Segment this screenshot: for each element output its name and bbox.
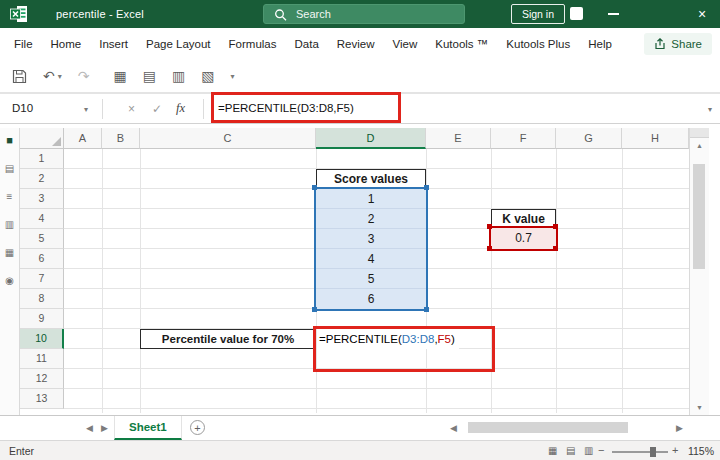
cell-d4[interactable]: 2 — [316, 209, 426, 229]
split-handle[interactable] — [690, 128, 709, 138]
undo-icon[interactable]: ↶ — [43, 68, 55, 84]
name-box[interactable]: D10 — [12, 102, 33, 114]
row-header-10[interactable]: 10 — [20, 329, 64, 349]
worksheet-grid[interactable]: Score values 1 2 3 4 5 6 K value 0.7 Per… — [64, 149, 690, 413]
column-header-e[interactable]: E — [426, 128, 491, 149]
vertical-scroll-thumb[interactable] — [693, 164, 705, 269]
excel-window: percentile - Excel Search Sign in × File… — [0, 0, 720, 460]
row-header-3[interactable]: 3 — [20, 189, 64, 209]
row-header-8[interactable]: 8 — [20, 289, 64, 309]
redo-icon[interactable]: ↷ — [78, 68, 90, 84]
column-header-h[interactable]: H — [622, 128, 689, 149]
formula-bar-divider — [102, 99, 103, 119]
cell-d3[interactable]: 1 — [316, 189, 426, 209]
cell-c10-label[interactable]: Percentile value for 70% — [140, 329, 316, 349]
minimize-icon[interactable] — [608, 13, 619, 15]
close-icon[interactable]: × — [692, 4, 712, 24]
strip-clipboard-icon[interactable]: ▤ — [0, 163, 19, 174]
zoom-slider-track[interactable] — [612, 451, 668, 453]
sheet-next-icon[interactable]: ▶ — [101, 423, 108, 433]
tab-formulas[interactable]: Formulas — [220, 38, 286, 50]
sheet-tab-sheet1[interactable]: Sheet1 — [114, 416, 182, 440]
row-header-2[interactable]: 2 — [20, 169, 64, 189]
insert-function-icon[interactable]: fx — [176, 101, 185, 116]
window-icon[interactable] — [570, 7, 583, 20]
save-icon[interactable] — [12, 69, 27, 84]
search-box[interactable]: Search — [263, 4, 465, 24]
share-button[interactable]: Share — [644, 33, 712, 55]
strip-list-icon[interactable]: ≡ — [0, 191, 19, 202]
scroll-down-icon[interactable]: ▼ — [690, 404, 709, 411]
zoom-in-icon[interactable]: + — [672, 444, 678, 456]
tab-kutools-plus[interactable]: Kutools Plus — [497, 38, 579, 50]
column-header-b[interactable]: B — [102, 128, 140, 149]
row-header-13[interactable]: 13 — [20, 389, 64, 409]
cancel-icon[interactable]: × — [128, 102, 135, 116]
column-header-d[interactable]: D — [316, 128, 426, 149]
tab-view[interactable]: View — [384, 38, 427, 50]
row-header-4[interactable]: 4 — [20, 209, 64, 229]
share-label: Share — [671, 38, 702, 50]
sheet-prev-icon[interactable]: ◀ — [86, 423, 93, 433]
cell-f5-k-value[interactable]: 0.7 — [489, 226, 558, 251]
cell-d8[interactable]: 6 — [316, 289, 426, 309]
column-header-g[interactable]: G — [556, 128, 622, 149]
zoom-slider-thumb[interactable] — [650, 447, 656, 457]
tab-review[interactable]: Review — [328, 38, 384, 50]
column-header-c[interactable]: C — [140, 128, 316, 149]
row-header-11[interactable]: 11 — [20, 349, 64, 369]
name-box-caret-icon[interactable]: ▾ — [84, 105, 88, 114]
tab-page-layout[interactable]: Page Layout — [137, 38, 220, 50]
column-header-f[interactable]: F — [491, 128, 556, 149]
row-header-12[interactable]: 12 — [20, 369, 64, 389]
tab-help[interactable]: Help — [579, 38, 621, 50]
qat-icon-4[interactable]: ▧ — [201, 68, 214, 84]
view-normal-icon[interactable]: ▦ — [548, 445, 557, 456]
row-header-6[interactable]: 6 — [20, 249, 64, 269]
sign-in-button[interactable]: Sign in — [511, 4, 565, 24]
tab-file[interactable]: File — [0, 38, 42, 50]
tab-home[interactable]: Home — [42, 38, 91, 50]
select-all-button[interactable] — [20, 128, 64, 149]
zoom-out-icon[interactable]: − — [598, 444, 604, 456]
formula-input[interactable]: =PERCENTILE(D3:D8,F5) — [218, 102, 354, 114]
zoom-level[interactable]: 115% — [688, 445, 714, 457]
row-header-9[interactable]: 9 — [20, 309, 64, 329]
view-page-layout-icon[interactable]: ▤ — [566, 445, 575, 456]
selection-handle — [487, 224, 492, 229]
hscroll-left-icon[interactable]: ◀ — [450, 423, 457, 433]
cell-d7[interactable]: 5 — [316, 269, 426, 289]
view-page-break-icon[interactable]: ▥ — [584, 445, 593, 456]
strip-columns-icon[interactable]: ▥ — [0, 219, 19, 230]
row-header-5[interactable]: 5 — [20, 229, 64, 249]
gridline — [622, 149, 623, 413]
column-header-a[interactable]: A — [64, 128, 102, 149]
add-sheet-button[interactable]: + — [190, 420, 205, 435]
tab-data[interactable]: Data — [286, 38, 328, 50]
enter-check-icon[interactable]: ✓ — [152, 102, 162, 116]
cell-d10-formula[interactable]: =PERCENTILE(D3:D8,F5) — [317, 329, 459, 349]
scroll-up-icon[interactable]: ▲ — [690, 142, 709, 149]
cell-d6[interactable]: 4 — [316, 249, 426, 269]
undo-caret-icon[interactable]: ▾ — [58, 72, 62, 81]
toolbar-customize-caret-icon[interactable]: ▾ — [230, 72, 234, 81]
title-bar: percentile - Excel Search Sign in × — [0, 0, 720, 28]
horizontal-scroll-thumb[interactable] — [468, 422, 628, 433]
strip-pane-icon[interactable]: ■ — [0, 134, 19, 146]
formula-bar-expand-icon[interactable]: ▾ — [708, 105, 712, 114]
qat-icon-2[interactable]: ▤ — [143, 68, 156, 84]
vertical-scrollbar[interactable]: ▲ ▼ — [689, 128, 709, 415]
cell-d5[interactable]: 3 — [316, 229, 426, 249]
qat-icon-3[interactable]: ▥ — [172, 68, 185, 84]
strip-find-icon[interactable]: ◉ — [0, 275, 19, 286]
sheet-tab-bar: ◀ ▶ Sheet1 + ◀ ▶ — [0, 415, 720, 440]
qat-icon-1[interactable]: ▦ — [113, 68, 126, 84]
cell-d2-score-header[interactable]: Score values — [316, 169, 426, 189]
score-range[interactable]: 1 2 3 4 5 6 — [316, 189, 426, 309]
hscroll-right-icon[interactable]: ▶ — [676, 423, 683, 433]
strip-grid-icon[interactable]: ▦ — [0, 247, 19, 258]
row-header-1[interactable]: 1 — [20, 149, 64, 169]
tab-insert[interactable]: Insert — [90, 38, 137, 50]
tab-kutools[interactable]: Kutools ™ — [426, 38, 497, 50]
row-header-7[interactable]: 7 — [20, 269, 64, 289]
